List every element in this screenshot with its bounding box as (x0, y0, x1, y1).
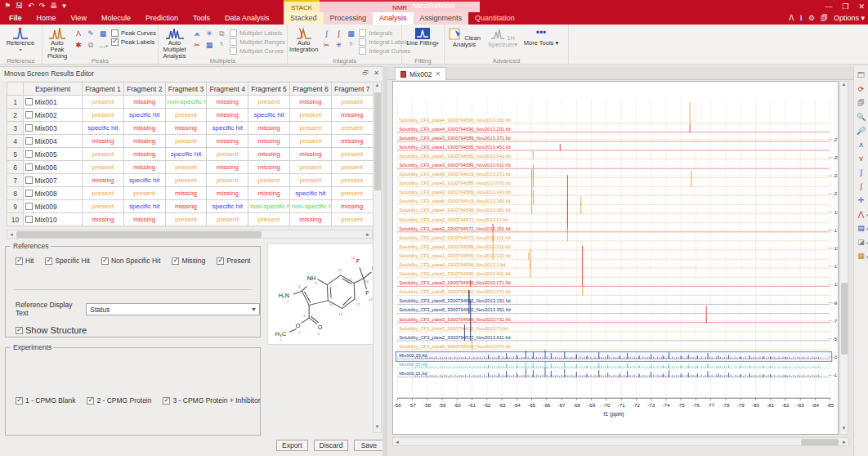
fragment-status-cell[interactable]: non-specific hit (248, 200, 290, 213)
line-fitting-button[interactable]: Line Fitting▾ (404, 26, 441, 56)
checkbox-peak-curves[interactable]: Peak Curves (111, 29, 156, 37)
reset-zoom-icon[interactable]: ⟳ (855, 83, 868, 96)
fragment-status-cell[interactable]: missing (289, 148, 331, 161)
checkbox-peak-labels[interactable]: Peak Labels (111, 38, 156, 46)
fragment-status-cell[interactable]: present (165, 161, 207, 174)
menu-item-tools[interactable]: Tools (186, 12, 217, 25)
fragment-status-cell[interactable]: specific hit (83, 122, 124, 135)
plot-vertical-scrollbar[interactable]: ▲ ▼ (839, 81, 848, 435)
clean-analysis-button[interactable]: Clean Analysis (446, 26, 482, 56)
plot-horizontal-scrollbar[interactable]: ◄ ► (392, 437, 849, 446)
close-panel-icon[interactable]: ✕ (374, 69, 379, 77)
fragment-status-cell[interactable]: missing (289, 96, 331, 109)
fragment-status-cell[interactable]: present (83, 161, 124, 174)
fragment-status-cell[interactable]: missing (248, 135, 290, 148)
copy-peaks-icon[interactable]: ⧉ (85, 40, 96, 51)
checkbox-box[interactable] (172, 257, 179, 265)
fragment-status-cell[interactable]: missing (331, 109, 373, 122)
checkbox-box[interactable] (230, 38, 237, 46)
multiplet-manual-icon[interactable]: ⩕ (191, 29, 203, 39)
checkbox-show-structure[interactable]: Show Structure (16, 325, 87, 335)
checkbox-box[interactable] (87, 397, 94, 405)
fragment-status-cell[interactable]: present (289, 109, 331, 122)
peak-threshold-icon[interactable]: Λ (73, 29, 84, 39)
zoom-in-icon[interactable]: 🔍 (855, 111, 868, 123)
checkbox-box[interactable] (217, 257, 224, 265)
row-checkbox[interactable] (25, 163, 33, 171)
fragment-status-cell[interactable]: missing (248, 148, 290, 161)
fragment-status-cell[interactable]: missing (123, 213, 165, 226)
fragment-status-cell[interactable]: missing (331, 135, 373, 148)
fragment-status-cell[interactable]: missing (165, 122, 207, 135)
row-checkbox[interactable] (25, 124, 33, 132)
integral-table-icon[interactable]: ▦ (345, 29, 356, 39)
checkbox-box[interactable] (359, 47, 366, 55)
integral-edit-icon[interactable]: ∫ (855, 181, 868, 193)
experiment-cell[interactable]: Mix002 (24, 109, 83, 122)
checkbox-box[interactable] (230, 29, 237, 37)
fragment-status-cell[interactable]: specific hit (207, 122, 248, 135)
integral-edit-icon[interactable]: ∫ (333, 29, 344, 39)
fragment-status-cell[interactable]: missing (83, 174, 124, 187)
fragment-status-cell[interactable]: missing (207, 161, 248, 174)
integral-region-icon[interactable]: ∫ (855, 167, 868, 179)
scroll-up-icon[interactable]: ▲ (374, 83, 381, 91)
row-checkbox[interactable] (25, 177, 33, 184)
fragment-status-cell[interactable]: specific hit (248, 109, 290, 122)
row-checkbox[interactable] (25, 137, 33, 145)
row-checkbox[interactable] (25, 150, 33, 158)
row-checkbox[interactable] (25, 216, 33, 223)
column-header[interactable]: Fragment 5 (248, 83, 290, 96)
integral-normalize-icon[interactable]: ✳ (333, 40, 344, 51)
menu-item-data-analysis[interactable]: Data Analysis (217, 12, 277, 25)
fragment-status-cell[interactable]: missing (207, 187, 248, 200)
panel-vertical-scrollbar[interactable]: ▲ ▼ (373, 82, 382, 433)
ribbon-tab-assignments[interactable]: Assignments (414, 12, 469, 25)
row-checkbox[interactable] (25, 111, 33, 118)
column-header[interactable]: Fragment 2 (123, 83, 165, 96)
fragment-status-cell[interactable]: missing (83, 135, 124, 148)
menu-item-home[interactable]: Home (29, 12, 64, 25)
save-button[interactable]: Save (354, 440, 383, 451)
fragment-status-cell[interactable]: missing (289, 213, 331, 226)
multiplet-delete-icon[interactable]: ✂ (191, 40, 203, 51)
more-tools-button[interactable]: ••• More Tools ▾ (523, 26, 559, 56)
fragment-status-cell[interactable]: present (207, 213, 248, 226)
fragment-status-cell[interactable]: present (331, 161, 373, 174)
fragment-status-cell[interactable]: present (331, 187, 373, 200)
scroll-right-icon[interactable]: ► (840, 440, 848, 445)
checkbox-2-cpmg-protein[interactable]: 2 - CPMG Protein (87, 396, 151, 405)
color-palette-icon[interactable]: ▦▾ (855, 250, 868, 262)
column-header[interactable]: Fragment 7 (331, 83, 373, 96)
fragment-status-cell[interactable]: present (331, 148, 373, 161)
scroll-right-icon[interactable]: ► (364, 232, 372, 237)
fragment-status-cell[interactable]: non-specific hit (289, 200, 331, 213)
fragment-status-cell[interactable]: missing (207, 135, 248, 148)
checkbox-box[interactable] (359, 38, 366, 46)
options-button[interactable]: Options ▾ (834, 12, 865, 25)
ribbon-tab-processing[interactable]: Processing (324, 12, 374, 25)
experiment-cell[interactable]: Mix010 (24, 213, 83, 226)
fragment-status-cell[interactable]: missing (123, 96, 165, 109)
collapse-ribbon-icon[interactable]: ᐱ (789, 12, 794, 25)
document-tab-mix002[interactable]: Mix002 ✕ (395, 67, 446, 80)
fragment-status-cell[interactable]: present (248, 213, 290, 226)
scrollbar-thumb[interactable] (801, 439, 839, 445)
peak-up-icon[interactable]: ⋏ (855, 139, 868, 151)
fragment-status-cell[interactable]: missing (248, 187, 290, 200)
fragment-status-cell[interactable]: present (83, 96, 124, 109)
fragment-status-cell[interactable]: specific hit (289, 187, 331, 200)
fragment-status-cell[interactable]: present (165, 135, 207, 148)
checkbox-missing[interactable]: Missing (172, 257, 205, 265)
column-header[interactable]: Fragment 4 (207, 83, 248, 96)
fragment-status-cell[interactable]: missing (207, 109, 248, 122)
info-icon[interactable]: ℹ (799, 12, 802, 25)
row-checkbox[interactable] (25, 203, 33, 210)
fragment-status-cell[interactable]: present (248, 174, 290, 187)
fragment-status-cell[interactable]: present (331, 96, 373, 109)
checkbox-3-cpmg-protein-inhibitor[interactable]: 3 - CPMG Protein + Inhibitor (163, 396, 260, 405)
scroll-down-icon[interactable]: ▼ (840, 426, 848, 434)
fragment-status-cell[interactable]: present (83, 109, 124, 122)
checkbox-multiplet-labels[interactable]: Multiplet Labels (230, 29, 285, 37)
integral-delete-icon[interactable]: ✂ (320, 40, 332, 51)
